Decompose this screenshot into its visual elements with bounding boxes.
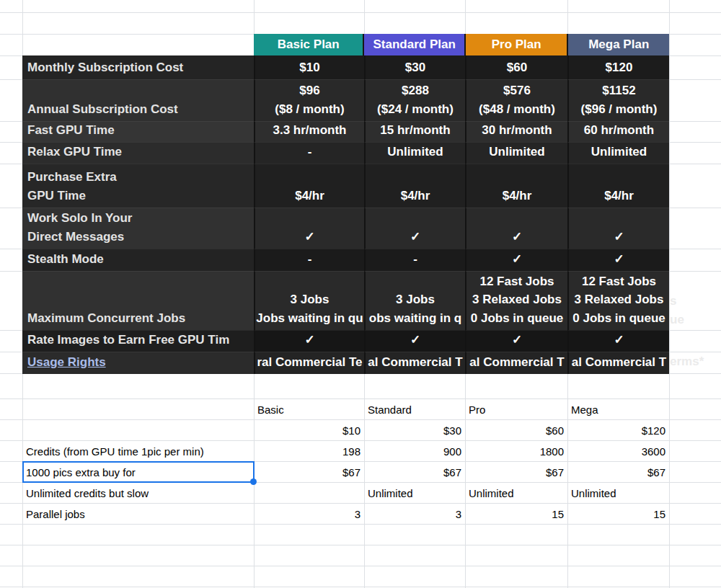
label-work-solo-direct-messages[interactable]: Work Solo In Your Direct Messages xyxy=(22,208,254,249)
cell-relaxgpu-pro[interactable]: Unlimited xyxy=(465,142,567,164)
sheet-cell-blank[interactable] xyxy=(22,398,254,419)
sheet-cell-plan-standard[interactable]: Standard xyxy=(364,398,465,419)
cell-maxjobs-standard[interactable]: 3 Jobs obs waiting in q xyxy=(364,271,465,330)
cell-stealth-standard[interactable]: - xyxy=(364,249,465,271)
sheet-cell-price-pro[interactable]: $60 xyxy=(465,419,567,440)
cell-stealth-basic[interactable]: - xyxy=(254,249,364,271)
cell-fastgpu-pro[interactable]: 30 hr/month xyxy=(465,121,567,142)
label-annual-subscription-cost[interactable]: Annual Subscription Cost xyxy=(22,79,254,121)
row-annual-subscription-cost: Annual Subscription Cost $96 ($8 / month… xyxy=(22,79,669,121)
sheet-cell-extrapics-mega[interactable]: $67 xyxy=(567,461,669,482)
label-stealth-mode[interactable]: Stealth Mode xyxy=(22,249,254,271)
cell-maxjobs-pro[interactable]: 12 Fast Jobs 3 Relaxed Jobs 0 Jobs in qu… xyxy=(465,271,567,330)
header-mega-plan[interactable]: Mega Plan xyxy=(567,34,669,55)
cell-monthly-standard[interactable]: $30 xyxy=(364,55,465,79)
cell-worksolo-pro-check-icon[interactable]: ✓ xyxy=(465,208,567,249)
cell-usage-basic[interactable]: ral Commercial Te xyxy=(254,352,364,374)
sheet-cell-blank[interactable] xyxy=(22,419,254,440)
cell-rate-pro-check-icon[interactable]: ✓ xyxy=(465,330,567,352)
cell-maxjobs-mega[interactable]: 12 Fast Jobs 3 Relaxed Jobs 0 Jobs in qu… xyxy=(567,271,669,330)
sheet-cell-unlimited-basic[interactable] xyxy=(254,482,364,503)
cell-fastgpu-mega[interactable]: 60 hr/month xyxy=(567,121,669,142)
sheet-cell-price-basic[interactable]: $10 xyxy=(254,419,364,440)
row-purchase-extra-gpu-time: Purchase Extra GPU Time $4/hr $4/hr $4/h… xyxy=(22,164,669,208)
sheet-cell-parallel-standard[interactable]: 3 xyxy=(364,503,465,524)
cell-extragpu-standard[interactable]: $4/hr xyxy=(364,164,465,208)
sheet-cell-price-standard[interactable]: $30 xyxy=(364,419,465,440)
sheet-cell-parallel-basic[interactable]: 3 xyxy=(254,503,364,524)
cell-maxjobs-basic[interactable]: 3 Jobs Jobs waiting in qu xyxy=(254,271,364,330)
cell-stealth-pro-check-icon[interactable]: ✓ xyxy=(465,249,567,271)
cell-rate-mega-check-icon[interactable]: ✓ xyxy=(567,330,669,352)
cell-worksolo-basic-check-icon[interactable]: ✓ xyxy=(254,208,364,249)
cell-usage-pro[interactable]: al Commercial T xyxy=(465,352,567,374)
usage-rights-link[interactable]: Usage Rights xyxy=(27,353,106,372)
cell-fastgpu-basic[interactable]: 3.3 hr/month xyxy=(254,121,364,142)
gridline xyxy=(0,566,721,566)
header-basic-plan[interactable]: Basic Plan xyxy=(254,34,363,55)
cell-extragpu-basic[interactable]: $4/hr xyxy=(254,164,364,208)
sheet-cell-credits-mega[interactable]: 3600 xyxy=(567,440,669,461)
sheet-cell-credits-pro[interactable]: 1800 xyxy=(465,440,567,461)
header-pro-plan[interactable]: Pro Plan xyxy=(464,34,567,55)
header-standard-plan[interactable]: Standard Plan xyxy=(363,34,464,55)
sheet-label-parallel-jobs[interactable]: Parallel jobs xyxy=(22,503,254,524)
sheet-cell-price-mega[interactable]: $120 xyxy=(567,419,669,440)
label-relax-gpu-time[interactable]: Relax GPU Time xyxy=(22,142,254,164)
cell-monthly-mega[interactable]: $120 xyxy=(567,55,669,79)
sheet-label-credits[interactable]: Credits (from GPU time 1pic per min) xyxy=(22,440,254,461)
sheet-cell-extrapics-standard[interactable]: $67 xyxy=(364,461,465,482)
gridline xyxy=(0,12,721,13)
cell-worksolo-mega-check-icon[interactable]: ✓ xyxy=(567,208,669,249)
cell-fastgpu-standard[interactable]: 15 hr/month xyxy=(364,121,465,142)
cell-relaxgpu-basic[interactable]: - xyxy=(254,142,364,164)
fill-handle[interactable] xyxy=(250,478,257,485)
sheet-cell-parallel-pro[interactable]: 15 xyxy=(465,503,567,524)
pricing-table-header: Basic Plan Standard Plan Pro Plan Mega P… xyxy=(254,34,669,55)
cell-usage-standard[interactable]: al Commercial T xyxy=(364,352,465,374)
sheet-cell-parallel-mega[interactable]: 15 xyxy=(567,503,669,524)
cell-rate-standard-check-icon[interactable]: ✓ xyxy=(364,330,465,352)
gridline xyxy=(0,545,721,545)
cell-rate-basic-check-icon[interactable]: ✓ xyxy=(254,330,364,352)
sheet-cell-unlimited-mega[interactable]: Unlimited xyxy=(567,482,669,503)
gridline xyxy=(0,524,721,525)
label-purchase-extra-gpu-time[interactable]: Purchase Extra GPU Time xyxy=(22,164,254,208)
cell-annual-pro[interactable]: $576 ($48 / month) xyxy=(465,79,567,121)
sheet-cell-extrapics-basic[interactable]: $67 xyxy=(254,461,364,482)
active-cell-selection[interactable] xyxy=(22,461,255,483)
row-stealth-mode: Stealth Mode - - ✓ ✓ xyxy=(22,249,669,271)
sheet-cell-plan-pro[interactable]: Pro xyxy=(465,398,567,419)
spreadsheet-canvas: Basic Plan Standard Plan Pro Plan Mega P… xyxy=(0,0,721,588)
cell-annual-standard[interactable]: $288 ($24 / month) xyxy=(364,79,465,121)
cell-annual-basic[interactable]: $96 ($8 / month) xyxy=(254,79,364,121)
row-fast-gpu-time: Fast GPU Time 3.3 hr/month 15 hr/month 3… xyxy=(22,121,669,142)
label-monthly-subscription-cost[interactable]: Monthly Subscription Cost xyxy=(22,55,254,79)
sheet-cell-extrapics-pro[interactable]: $67 xyxy=(465,461,567,482)
cell-usage-mega[interactable]: al Commercial T xyxy=(567,352,669,374)
row-relax-gpu-time: Relax GPU Time - Unlimited Unlimited Unl… xyxy=(22,142,669,164)
sheet-cell-credits-standard[interactable]: 900 xyxy=(364,440,465,461)
label-rate-images-earn-gpu-time[interactable]: Rate Images to Earn Free GPU Tim xyxy=(22,330,254,352)
sheet-label-unlimited-credits[interactable]: Unlimited credits but slow xyxy=(22,482,254,503)
cell-relaxgpu-mega[interactable]: Unlimited xyxy=(567,142,669,164)
sheet-cell-plan-mega[interactable]: Mega xyxy=(567,398,669,419)
cell-stealth-mega-check-icon[interactable]: ✓ xyxy=(567,249,669,271)
cell-extragpu-mega[interactable]: $4/hr xyxy=(567,164,669,208)
overflow-ghost-jobs: s xyxy=(670,294,676,308)
label-fast-gpu-time[interactable]: Fast GPU Time xyxy=(22,121,254,142)
sheet-cell-unlimited-pro[interactable]: Unlimited xyxy=(465,482,567,503)
cell-monthly-pro[interactable]: $60 xyxy=(465,55,567,79)
sheet-cell-unlimited-standard[interactable]: Unlimited xyxy=(364,482,465,503)
sheet-cell-plan-basic[interactable]: Basic xyxy=(254,398,364,419)
cell-monthly-basic[interactable]: $10 xyxy=(254,55,364,79)
row-maximum-concurrent-jobs: Maximum Concurrent Jobs 3 Jobs Jobs wait… xyxy=(22,271,669,330)
sheet-cell-credits-basic[interactable]: 198 xyxy=(254,440,364,461)
cell-worksolo-standard-check-icon[interactable]: ✓ xyxy=(364,208,465,249)
pricing-table: Basic Plan Standard Plan Pro Plan Mega P… xyxy=(22,34,669,374)
cell-relaxgpu-standard[interactable]: Unlimited xyxy=(364,142,465,164)
overflow-ghost-queue: ue xyxy=(670,313,684,327)
label-maximum-concurrent-jobs[interactable]: Maximum Concurrent Jobs xyxy=(22,271,254,330)
cell-annual-mega[interactable]: $1152 ($96 / month) xyxy=(567,79,669,121)
cell-extragpu-pro[interactable]: $4/hr xyxy=(465,164,567,208)
